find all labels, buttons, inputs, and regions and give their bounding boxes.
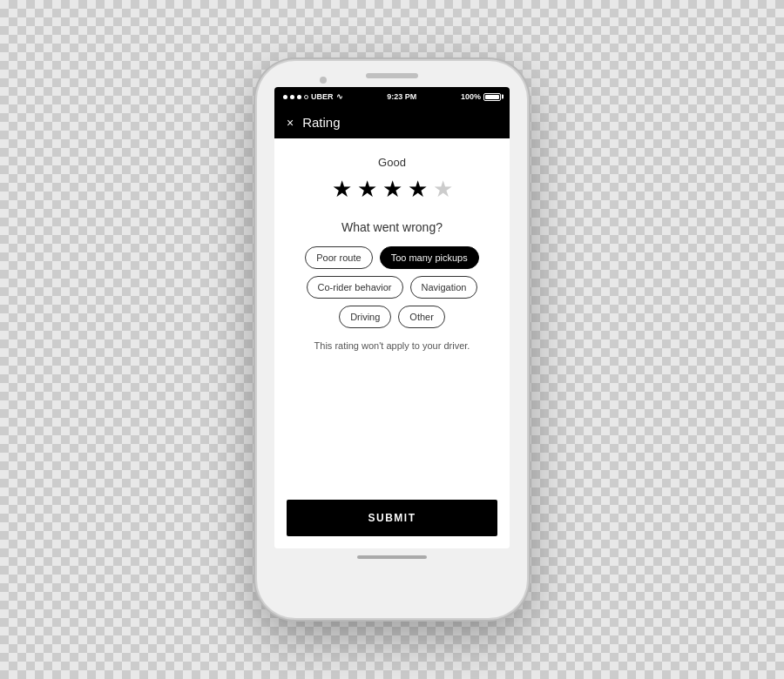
phone-speaker bbox=[366, 73, 418, 78]
submit-area: SUBMIT bbox=[274, 491, 510, 548]
star-4[interactable]: ★ bbox=[408, 176, 428, 203]
phone-frame: UBER ∿ 9:23 PM 100% × Rating Good ★ ★ ★ bbox=[257, 61, 527, 618]
tag-other[interactable]: Other bbox=[398, 306, 445, 328]
battery-icon bbox=[483, 93, 501, 101]
signal-dot-1 bbox=[283, 95, 287, 99]
tags-container: Poor route Too many pickups Co-rider beh… bbox=[288, 246, 496, 328]
tag-poor-route[interactable]: Poor route bbox=[305, 246, 372, 269]
feedback-question: What went wrong? bbox=[341, 220, 443, 234]
stars-row: ★ ★ ★ ★ ★ bbox=[332, 176, 453, 203]
content-area: Good ★ ★ ★ ★ ★ What went wrong? Poor rou… bbox=[274, 138, 510, 491]
status-carrier: UBER ∿ bbox=[283, 92, 343, 101]
tag-too-many-pickups[interactable]: Too many pickups bbox=[380, 246, 479, 269]
phone-camera bbox=[320, 77, 327, 84]
status-time: 9:23 PM bbox=[387, 92, 416, 101]
signal-dot-2 bbox=[290, 95, 294, 99]
disclaimer-text: This rating won't apply to your driver. bbox=[306, 340, 479, 351]
tag-driving[interactable]: Driving bbox=[339, 306, 391, 328]
close-button[interactable]: × bbox=[287, 116, 294, 130]
star-2[interactable]: ★ bbox=[357, 176, 377, 203]
tags-row-2: Co-rider behavior Navigation bbox=[307, 276, 478, 299]
rating-label: Good bbox=[378, 156, 406, 169]
signal-dot-4 bbox=[304, 95, 308, 99]
signal-dot-3 bbox=[297, 95, 301, 99]
tag-co-rider-behavior[interactable]: Co-rider behavior bbox=[307, 276, 403, 299]
wifi-icon: ∿ bbox=[336, 92, 343, 101]
home-indicator[interactable] bbox=[357, 555, 427, 559]
header-title: Rating bbox=[302, 115, 340, 130]
phone-screen: UBER ∿ 9:23 PM 100% × Rating Good ★ ★ ★ bbox=[274, 87, 510, 548]
carrier-name: UBER bbox=[311, 92, 334, 101]
battery-percent: 100% bbox=[461, 92, 481, 101]
star-5[interactable]: ★ bbox=[433, 176, 453, 203]
status-battery: 100% bbox=[461, 92, 501, 101]
star-1[interactable]: ★ bbox=[332, 176, 352, 203]
tags-row-1: Poor route Too many pickups bbox=[305, 246, 478, 269]
tag-navigation[interactable]: Navigation bbox=[410, 276, 478, 299]
status-bar: UBER ∿ 9:23 PM 100% bbox=[274, 87, 510, 106]
battery-fill bbox=[485, 95, 499, 99]
app-header: × Rating bbox=[274, 106, 510, 138]
star-3[interactable]: ★ bbox=[382, 176, 402, 203]
tags-row-3: Driving Other bbox=[339, 306, 445, 328]
submit-button[interactable]: SUBMIT bbox=[287, 500, 497, 536]
